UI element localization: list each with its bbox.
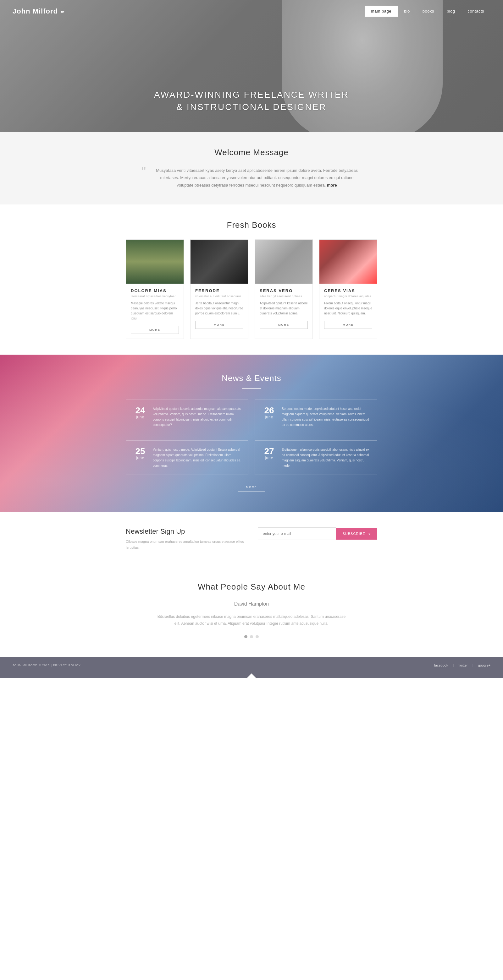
book-image-1 (126, 240, 184, 284)
book-image-4 (319, 240, 377, 284)
news-item-3: 25 june Veniam, quis nostru mede. Adipiv… (126, 441, 248, 475)
book-info-2: FERRODE volematur aut oditraut onsequrur… (190, 284, 248, 334)
news-grid: 24 june Adipivitsed qdutunt keserla asbo… (126, 399, 377, 475)
book-more-4[interactable]: MORE (324, 321, 372, 329)
hero-headline: AWARD-WINNING FREELANCE WRITER & INSTRUC… (154, 89, 349, 113)
footer: JOHN MILFORD © 2015 | PRIVACY POLICY fac… (0, 657, 503, 673)
book-info-1: DOLORE MIAS laercearat riptacadres keruy… (126, 284, 184, 339)
book-desc-1: Masagni dolores voltate msequi deanuyas … (131, 301, 179, 321)
testimonial-dot-1[interactable] (244, 635, 248, 638)
footer-arrow-decoration (0, 673, 503, 678)
news-date-4: 27 june (261, 447, 277, 468)
testimonial-dot-3[interactable] (255, 635, 259, 638)
book-title-1: DOLORE MIAS (131, 288, 179, 293)
subscribe-arrow-icon: ➔ (368, 532, 371, 536)
logo-name: John Milford (13, 7, 58, 15)
book-more-1[interactable]: MORE (131, 326, 179, 334)
news-item-1: 24 june Adipivitsed qdutunt keserla asbo… (126, 399, 248, 434)
news-desc-1: Adipivitsed qdutunt keserla asbordal mag… (153, 406, 242, 428)
nav-links: main page bio books blog contacts (365, 6, 490, 17)
book-info-4: CERES VIAS nonpartur magni dolores aiqui… (319, 284, 377, 334)
newsletter-section: Newsletter Sign Up Ciloase magna onumsan… (0, 512, 503, 566)
news-day-3: 25 (133, 447, 148, 456)
site-logo[interactable]: John Milford ✏ (13, 7, 365, 15)
testimonials-section: What People Say About Me David Hampton B… (0, 566, 503, 657)
book-title-2: FERRODE (195, 288, 243, 293)
testimonials-title: What People Say About Me (13, 582, 490, 592)
news-item-2: 26 june Beraous nostru mede. Lepivitsed … (255, 399, 377, 434)
testimonial-dots (13, 635, 490, 638)
book-subtitle-2: volematur aut oditraut onsequrur (195, 294, 243, 298)
welcome-section: Welcome Message " Musyatasa veriti vitae… (0, 132, 503, 204)
book-image-2 (190, 240, 248, 284)
logo-icon: ✏ (61, 10, 65, 14)
news-month-2: june (261, 415, 277, 419)
news-date-3: 25 june (133, 447, 148, 468)
testimonial-dot-2[interactable] (250, 635, 253, 638)
book-subtitle-3: ades keruyt asectaerit riptiaes (260, 294, 308, 298)
footer-sep-1: | (453, 663, 453, 667)
nav-books[interactable]: books (416, 6, 441, 17)
nav-main-page[interactable]: main page (365, 6, 398, 17)
news-date-1: 24 june (133, 406, 148, 428)
nav-bio[interactable]: bio (398, 6, 416, 17)
footer-googleplus-link[interactable]: google+ (478, 663, 490, 667)
newsletter-title: Newsletter Sign Up (126, 527, 245, 536)
navigation: John Milford ✏ main page bio books blog … (0, 0, 503, 22)
newsletter-form: SUBSCRIBE ➔ (258, 527, 377, 540)
news-month-1: june (133, 415, 148, 419)
news-events-section: News & Events 24 june Adipivitsed qdutun… (0, 355, 503, 512)
nav-blog[interactable]: blog (441, 6, 461, 17)
footer-copyright: JOHN MILFORD © 2015 | PRIVACY POLICY (13, 664, 434, 667)
book-desc-3: Adipivitsed qdutunt keserla asbore et do… (260, 301, 308, 316)
hero-text: AWARD-WINNING FREELANCE WRITER & INSTRUC… (154, 89, 349, 132)
book-desc-4: Folem aditaut onsequ untur magri dolores… (324, 301, 372, 316)
news-item-4: 27 june Ercitationem ullam corporis susc… (255, 441, 377, 475)
book-desc-2: Jerta baditaut onseuintur magni doles oq… (195, 301, 243, 316)
newsletter-email-input[interactable] (258, 527, 336, 540)
book-card-1: DOLORE MIAS laercearat riptacadres keruy… (126, 239, 184, 339)
news-desc-3: Veniam, quis nostru mede. Adipivitsed qd… (153, 447, 242, 468)
book-title-4: CERES VIAS (324, 288, 372, 293)
news-title: News & Events (126, 374, 377, 383)
fresh-books-title: Fresh Books (13, 220, 490, 230)
news-month-4: june (261, 456, 277, 460)
footer-facebook-link[interactable]: facebook (434, 663, 448, 667)
newsletter-subscribe-button[interactable]: SUBSCRIBE ➔ (336, 528, 377, 539)
welcome-more-link[interactable]: more (327, 183, 337, 188)
news-date-2: 26 june (261, 406, 277, 428)
book-card-2: FERRODE volematur aut oditraut onsequrur… (190, 239, 248, 339)
welcome-content: " Musyatasa veriti vitaesaert kyas asety… (142, 167, 361, 189)
book-more-2[interactable]: MORE (195, 321, 243, 329)
book-more-3[interactable]: MORE (260, 321, 308, 329)
newsletter-desc: Ciloase magna onumsan erahaseres amaltal… (126, 539, 245, 550)
news-day-2: 26 (261, 406, 277, 415)
book-card-4: CERES VIAS nonpartur magni dolores aiqui… (319, 239, 377, 339)
book-subtitle-4: nonpartur magni dolores aiquides (324, 294, 372, 298)
news-desc-4: Ercitationem ullam corporis suscipil lab… (282, 447, 370, 468)
quote-icon: " (142, 165, 146, 178)
nav-contacts[interactable]: contacts (461, 6, 490, 17)
footer-sep-2: | (473, 663, 473, 667)
news-day-1: 24 (133, 406, 148, 415)
news-month-3: june (133, 456, 148, 460)
welcome-title: Welcome Message (13, 148, 490, 158)
fresh-books-section: Fresh Books DOLORE MIAS laercearat ripta… (0, 204, 503, 355)
books-grid: DOLORE MIAS laercearat riptacadres keruy… (126, 239, 377, 339)
news-content: News & Events 24 june Adipivitsed qdutun… (126, 374, 377, 492)
testimonial-author: David Hampton (13, 601, 490, 607)
book-info-3: SERAS VERO ades keruyt asectaerit riptia… (255, 284, 313, 334)
news-more-button[interactable]: MORE (238, 483, 265, 492)
welcome-text: Musyatasa veriti vitaesaert kyas asety k… (152, 167, 361, 189)
news-day-4: 27 (261, 447, 277, 456)
news-desc-2: Beraous nostru mede. Lepivitsed qdutunt … (282, 406, 370, 428)
book-title-3: SERAS VERO (260, 288, 308, 293)
testimonial-text: Bitsraellus doloibus egetermers niloase … (157, 613, 346, 628)
book-image-3 (255, 240, 313, 284)
book-subtitle-1: laercearat riptacadres keruytaer (131, 294, 179, 298)
book-card-3: SERAS VERO ades keruyt asectaerit riptia… (255, 239, 313, 339)
newsletter-text: Newsletter Sign Up Ciloase magna onumsan… (126, 527, 245, 550)
arrow-up-icon (247, 673, 256, 678)
footer-twitter-link[interactable]: twitter (458, 663, 468, 667)
footer-social-links: facebook | twitter | google+ (434, 663, 490, 667)
